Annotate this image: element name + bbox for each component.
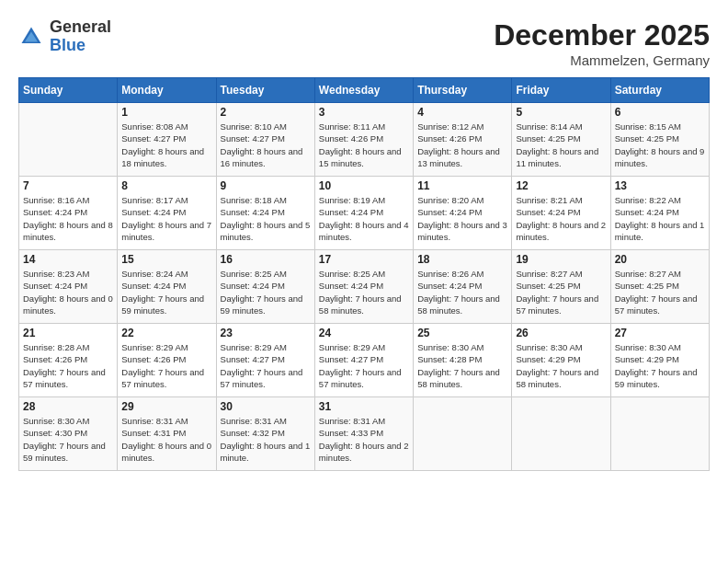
day-info: Sunrise: 8:27 AM Sunset: 4:25 PM Dayligh… <box>516 268 606 316</box>
day-number: 15 <box>121 253 211 266</box>
calendar-cell: 30Sunrise: 8:31 AM Sunset: 4:32 PM Dayli… <box>216 397 314 471</box>
day-number: 13 <box>615 179 705 192</box>
day-info: Sunrise: 8:23 AM Sunset: 4:24 PM Dayligh… <box>23 268 113 316</box>
day-info: Sunrise: 8:19 AM Sunset: 4:24 PM Dayligh… <box>319 194 409 243</box>
day-number: 4 <box>417 106 507 119</box>
day-info: Sunrise: 8:26 AM Sunset: 4:24 PM Dayligh… <box>417 268 507 316</box>
calendar-cell: 21Sunrise: 8:28 AM Sunset: 4:26 PM Dayli… <box>19 324 118 397</box>
calendar-week-row: 14Sunrise: 8:23 AM Sunset: 4:24 PM Dayli… <box>19 250 710 324</box>
day-header-wednesday: Wednesday <box>314 78 413 103</box>
calendar-cell: 10Sunrise: 8:19 AM Sunset: 4:24 PM Dayli… <box>314 177 413 250</box>
calendar-week-row: 1Sunrise: 8:08 AM Sunset: 4:27 PM Daylig… <box>19 103 710 177</box>
day-number: 17 <box>319 253 409 266</box>
logo-icon <box>18 24 44 50</box>
calendar-cell: 11Sunrise: 8:20 AM Sunset: 4:24 PM Dayli… <box>414 177 512 250</box>
calendar-cell: 22Sunrise: 8:29 AM Sunset: 4:26 PM Dayli… <box>118 324 216 397</box>
day-number: 21 <box>23 327 113 339</box>
day-number: 11 <box>417 179 507 192</box>
calendar-cell: 6Sunrise: 8:15 AM Sunset: 4:25 PM Daylig… <box>610 103 709 177</box>
calendar-cell: 4Sunrise: 8:12 AM Sunset: 4:26 PM Daylig… <box>414 103 512 177</box>
day-info: Sunrise: 8:30 AM Sunset: 4:29 PM Dayligh… <box>516 341 606 390</box>
logo: General Blue <box>18 18 111 55</box>
day-info: Sunrise: 8:15 AM Sunset: 4:25 PM Dayligh… <box>615 121 705 169</box>
calendar-cell: 28Sunrise: 8:30 AM Sunset: 4:30 PM Dayli… <box>19 397 118 471</box>
day-info: Sunrise: 8:30 AM Sunset: 4:29 PM Dayligh… <box>615 341 705 390</box>
day-number: 31 <box>319 400 409 413</box>
logo-general-text: General <box>50 17 111 36</box>
calendar-cell: 19Sunrise: 8:27 AM Sunset: 4:25 PM Dayli… <box>512 250 610 324</box>
calendar-cell: 31Sunrise: 8:31 AM Sunset: 4:33 PM Dayli… <box>314 397 413 471</box>
calendar-cell: 20Sunrise: 8:27 AM Sunset: 4:25 PM Dayli… <box>610 250 709 324</box>
location: Mammelzen, Germany <box>494 52 710 68</box>
calendar-cell: 7Sunrise: 8:16 AM Sunset: 4:24 PM Daylig… <box>19 177 118 250</box>
calendar-table: SundayMondayTuesdayWednesdayThursdayFrid… <box>18 77 710 471</box>
calendar-cell: 15Sunrise: 8:24 AM Sunset: 4:24 PM Dayli… <box>118 250 216 324</box>
day-info: Sunrise: 8:08 AM Sunset: 4:27 PM Dayligh… <box>121 121 211 169</box>
day-info: Sunrise: 8:21 AM Sunset: 4:24 PM Dayligh… <box>516 194 606 243</box>
day-header-monday: Monday <box>118 78 216 103</box>
day-number: 19 <box>516 253 606 266</box>
day-number: 6 <box>615 106 705 119</box>
calendar-cell: 18Sunrise: 8:26 AM Sunset: 4:24 PM Dayli… <box>414 250 512 324</box>
calendar-cell: 2Sunrise: 8:10 AM Sunset: 4:27 PM Daylig… <box>216 103 314 177</box>
day-number: 29 <box>121 400 211 413</box>
day-info: Sunrise: 8:11 AM Sunset: 4:26 PM Dayligh… <box>319 121 409 169</box>
day-info: Sunrise: 8:12 AM Sunset: 4:26 PM Dayligh… <box>417 121 507 169</box>
day-header-tuesday: Tuesday <box>216 78 314 103</box>
day-info: Sunrise: 8:29 AM Sunset: 4:27 PM Dayligh… <box>319 341 409 390</box>
day-info: Sunrise: 8:20 AM Sunset: 4:24 PM Dayligh… <box>417 194 507 243</box>
day-number: 10 <box>319 179 409 192</box>
day-number: 18 <box>417 253 507 266</box>
day-number: 5 <box>516 106 606 119</box>
day-number: 24 <box>319 327 409 339</box>
day-header-friday: Friday <box>512 78 610 103</box>
calendar-header-row: SundayMondayTuesdayWednesdayThursdayFrid… <box>19 78 710 103</box>
day-number: 2 <box>221 106 311 119</box>
day-number: 27 <box>615 327 705 339</box>
calendar-week-row: 28Sunrise: 8:30 AM Sunset: 4:30 PM Dayli… <box>19 397 710 471</box>
calendar-cell: 26Sunrise: 8:30 AM Sunset: 4:29 PM Dayli… <box>512 324 610 397</box>
calendar-cell: 13Sunrise: 8:22 AM Sunset: 4:24 PM Dayli… <box>610 177 709 250</box>
page-header: General Blue December 2025 Mammelzen, Ge… <box>18 18 710 68</box>
day-number: 7 <box>23 179 113 192</box>
day-number: 25 <box>417 327 507 339</box>
month-title: December 2025 <box>494 18 710 52</box>
day-number: 22 <box>121 327 211 339</box>
logo-blue-text: Blue <box>50 36 85 54</box>
calendar-cell: 24Sunrise: 8:29 AM Sunset: 4:27 PM Dayli… <box>314 324 413 397</box>
day-header-sunday: Sunday <box>19 78 118 103</box>
calendar-cell: 5Sunrise: 8:14 AM Sunset: 4:25 PM Daylig… <box>512 103 610 177</box>
day-info: Sunrise: 8:17 AM Sunset: 4:24 PM Dayligh… <box>121 194 211 243</box>
calendar-cell: 9Sunrise: 8:18 AM Sunset: 4:24 PM Daylig… <box>216 177 314 250</box>
calendar-cell: 17Sunrise: 8:25 AM Sunset: 4:24 PM Dayli… <box>314 250 413 324</box>
day-number: 28 <box>23 400 113 413</box>
calendar-cell: 1Sunrise: 8:08 AM Sunset: 4:27 PM Daylig… <box>118 103 216 177</box>
day-info: Sunrise: 8:24 AM Sunset: 4:24 PM Dayligh… <box>121 268 211 316</box>
day-number: 16 <box>221 253 311 266</box>
day-info: Sunrise: 8:30 AM Sunset: 4:30 PM Dayligh… <box>23 415 113 464</box>
day-info: Sunrise: 8:16 AM Sunset: 4:24 PM Dayligh… <box>23 194 113 243</box>
day-number: 26 <box>516 327 606 339</box>
day-number: 14 <box>23 253 113 266</box>
calendar-cell: 3Sunrise: 8:11 AM Sunset: 4:26 PM Daylig… <box>314 103 413 177</box>
calendar-cell: 27Sunrise: 8:30 AM Sunset: 4:29 PM Dayli… <box>610 324 709 397</box>
day-info: Sunrise: 8:14 AM Sunset: 4:25 PM Dayligh… <box>516 121 606 169</box>
calendar-week-row: 7Sunrise: 8:16 AM Sunset: 4:24 PM Daylig… <box>19 177 710 250</box>
day-number: 8 <box>121 179 211 192</box>
day-info: Sunrise: 8:29 AM Sunset: 4:26 PM Dayligh… <box>121 341 211 390</box>
day-number: 20 <box>615 253 705 266</box>
calendar-cell: 23Sunrise: 8:29 AM Sunset: 4:27 PM Dayli… <box>216 324 314 397</box>
day-info: Sunrise: 8:25 AM Sunset: 4:24 PM Dayligh… <box>319 268 409 316</box>
day-info: Sunrise: 8:30 AM Sunset: 4:28 PM Dayligh… <box>417 341 507 390</box>
calendar-cell: 8Sunrise: 8:17 AM Sunset: 4:24 PM Daylig… <box>118 177 216 250</box>
day-info: Sunrise: 8:31 AM Sunset: 4:33 PM Dayligh… <box>319 415 409 464</box>
day-number: 9 <box>221 179 311 192</box>
calendar-cell: 12Sunrise: 8:21 AM Sunset: 4:24 PM Dayli… <box>512 177 610 250</box>
calendar-week-row: 21Sunrise: 8:28 AM Sunset: 4:26 PM Dayli… <box>19 324 710 397</box>
calendar-cell <box>414 397 512 471</box>
calendar-cell: 14Sunrise: 8:23 AM Sunset: 4:24 PM Dayli… <box>19 250 118 324</box>
calendar-cell: 29Sunrise: 8:31 AM Sunset: 4:31 PM Dayli… <box>118 397 216 471</box>
day-header-saturday: Saturday <box>610 78 709 103</box>
day-info: Sunrise: 8:31 AM Sunset: 4:31 PM Dayligh… <box>121 415 211 464</box>
day-info: Sunrise: 8:18 AM Sunset: 4:24 PM Dayligh… <box>221 194 311 243</box>
